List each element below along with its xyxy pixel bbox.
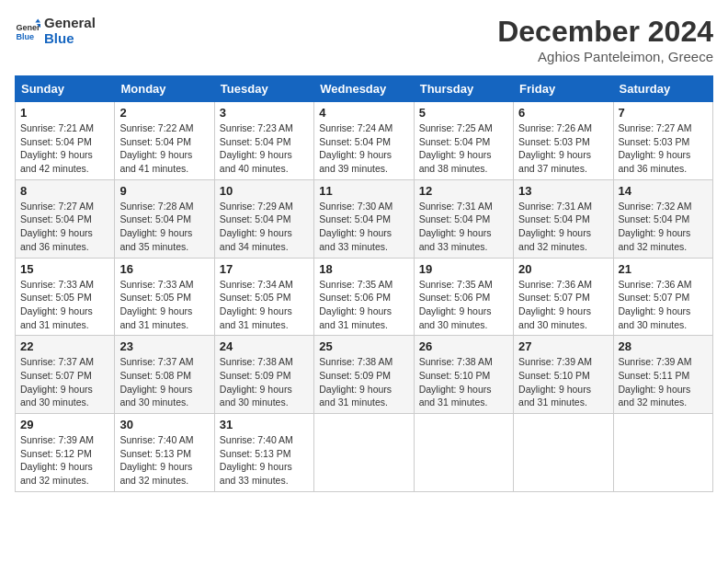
day-cell-2: 2 Sunrise: 7:22 AM Sunset: 5:04 PM Dayli…	[115, 102, 214, 180]
day-info: Sunrise: 7:35 AM Sunset: 5:06 PM Dayligh…	[319, 278, 408, 332]
day-cell-19: 19 Sunrise: 7:35 AM Sunset: 5:06 PM Dayl…	[414, 258, 513, 336]
day-number: 22	[20, 339, 109, 353]
day-number: 20	[518, 262, 608, 276]
location: Aghios Panteleimon, Greece	[497, 49, 713, 64]
calendar-header-row: Sunday Monday Tuesday Wednesday Thursday…	[16, 76, 713, 102]
day-info: Sunrise: 7:26 AM Sunset: 5:03 PM Dayligh…	[518, 121, 608, 176]
day-info: Sunrise: 7:36 AM Sunset: 5:07 PM Dayligh…	[518, 278, 608, 332]
day-info: Sunrise: 7:21 AM Sunset: 5:04 PM Dayligh…	[20, 121, 109, 176]
day-number: 9	[119, 184, 209, 198]
day-info: Sunrise: 7:27 AM Sunset: 5:04 PM Dayligh…	[20, 200, 109, 254]
day-cell-14: 14 Sunrise: 7:32 AM Sunset: 5:04 PM Dayl…	[613, 179, 712, 258]
col-sunday: Sunday	[16, 76, 115, 102]
day-info: Sunrise: 7:38 AM Sunset: 5:10 PM Dayligh…	[419, 355, 508, 409]
day-info: Sunrise: 7:35 AM Sunset: 5:06 PM Dayligh…	[419, 278, 508, 332]
day-info: Sunrise: 7:39 AM Sunset: 5:12 PM Dayligh…	[20, 433, 109, 488]
day-cell-7: 7 Sunrise: 7:27 AM Sunset: 5:03 PM Dayli…	[613, 102, 712, 180]
day-number: 7	[619, 106, 708, 120]
day-info: Sunrise: 7:24 AM Sunset: 5:04 PM Dayligh…	[319, 121, 408, 176]
logo-general: General	[44, 15, 96, 30]
day-number: 16	[119, 262, 209, 276]
day-cell-9: 9 Sunrise: 7:28 AM Sunset: 5:04 PM Dayli…	[115, 179, 214, 258]
day-number: 21	[619, 262, 708, 276]
day-info: Sunrise: 7:31 AM Sunset: 5:04 PM Dayligh…	[518, 200, 608, 254]
col-tuesday: Tuesday	[214, 76, 313, 102]
day-number: 5	[419, 106, 508, 120]
day-number: 15	[20, 262, 109, 276]
day-info: Sunrise: 7:31 AM Sunset: 5:04 PM Dayligh…	[419, 200, 508, 254]
calendar-week-row: 29 Sunrise: 7:39 AM Sunset: 5:12 PM Dayl…	[16, 414, 713, 492]
day-info: Sunrise: 7:33 AM Sunset: 5:05 PM Dayligh…	[20, 278, 109, 332]
svg-text:Blue: Blue	[16, 32, 34, 41]
day-cell-5: 5 Sunrise: 7:25 AM Sunset: 5:04 PM Dayli…	[414, 102, 513, 180]
day-info: Sunrise: 7:33 AM Sunset: 5:05 PM Dayligh…	[119, 278, 209, 332]
day-cell-4: 4 Sunrise: 7:24 AM Sunset: 5:04 PM Dayli…	[314, 102, 414, 180]
day-cell-27: 27 Sunrise: 7:39 AM Sunset: 5:10 PM Dayl…	[514, 336, 613, 414]
day-number: 13	[518, 184, 608, 198]
day-number: 2	[119, 106, 209, 120]
day-number: 26	[419, 339, 508, 353]
day-cell-1: 1 Sunrise: 7:21 AM Sunset: 5:04 PM Dayli…	[16, 102, 115, 180]
day-cell-13: 13 Sunrise: 7:31 AM Sunset: 5:04 PM Dayl…	[514, 179, 613, 258]
day-number: 30	[119, 418, 209, 431]
day-info: Sunrise: 7:38 AM Sunset: 5:09 PM Dayligh…	[220, 355, 309, 409]
day-number: 14	[619, 184, 708, 198]
col-friday: Friday	[514, 76, 613, 102]
day-cell-10: 10 Sunrise: 7:29 AM Sunset: 5:04 PM Dayl…	[214, 179, 313, 258]
title-block: December 2024 Aghios Panteleimon, Greece	[497, 15, 713, 64]
day-number: 4	[319, 106, 408, 120]
day-number: 31	[220, 418, 309, 431]
day-cell-20: 20 Sunrise: 7:36 AM Sunset: 5:07 PM Dayl…	[514, 258, 613, 336]
day-info: Sunrise: 7:38 AM Sunset: 5:09 PM Dayligh…	[319, 355, 408, 409]
day-info: Sunrise: 7:23 AM Sunset: 5:04 PM Dayligh…	[220, 121, 309, 176]
day-number: 23	[119, 339, 209, 353]
logo-blue: Blue	[44, 30, 96, 46]
empty-cell	[314, 414, 414, 492]
empty-cell	[613, 414, 712, 492]
day-cell-17: 17 Sunrise: 7:34 AM Sunset: 5:05 PM Dayl…	[214, 258, 313, 336]
day-cell-26: 26 Sunrise: 7:38 AM Sunset: 5:10 PM Dayl…	[414, 336, 513, 414]
col-wednesday: Wednesday	[314, 76, 414, 102]
day-number: 12	[419, 184, 508, 198]
col-saturday: Saturday	[613, 76, 712, 102]
day-info: Sunrise: 7:34 AM Sunset: 5:05 PM Dayligh…	[220, 278, 309, 332]
day-number: 17	[220, 262, 309, 276]
day-number: 28	[619, 339, 708, 353]
empty-cell	[514, 414, 613, 492]
page-header: General Blue General Blue December 2024 …	[15, 15, 713, 64]
day-cell-23: 23 Sunrise: 7:37 AM Sunset: 5:08 PM Dayl…	[115, 336, 214, 414]
day-info: Sunrise: 7:39 AM Sunset: 5:11 PM Dayligh…	[619, 355, 708, 409]
day-number: 25	[319, 339, 408, 353]
day-cell-3: 3 Sunrise: 7:23 AM Sunset: 5:04 PM Dayli…	[214, 102, 313, 180]
day-info: Sunrise: 7:39 AM Sunset: 5:10 PM Dayligh…	[518, 355, 608, 409]
day-number: 11	[319, 184, 408, 198]
day-cell-25: 25 Sunrise: 7:38 AM Sunset: 5:09 PM Dayl…	[314, 336, 414, 414]
calendar-week-row: 8 Sunrise: 7:27 AM Sunset: 5:04 PM Dayli…	[16, 179, 713, 258]
day-info: Sunrise: 7:40 AM Sunset: 5:13 PM Dayligh…	[220, 433, 309, 488]
col-thursday: Thursday	[414, 76, 513, 102]
day-number: 19	[419, 262, 508, 276]
logo-icon: General Blue	[15, 17, 40, 43]
month-title: December 2024	[497, 15, 713, 49]
logo: General Blue General Blue	[15, 15, 96, 46]
day-info: Sunrise: 7:25 AM Sunset: 5:04 PM Dayligh…	[419, 121, 508, 176]
day-cell-8: 8 Sunrise: 7:27 AM Sunset: 5:04 PM Dayli…	[16, 179, 115, 258]
empty-cell	[414, 414, 513, 492]
day-info: Sunrise: 7:36 AM Sunset: 5:07 PM Dayligh…	[619, 278, 708, 332]
day-number: 10	[220, 184, 309, 198]
day-cell-28: 28 Sunrise: 7:39 AM Sunset: 5:11 PM Dayl…	[613, 336, 712, 414]
day-cell-24: 24 Sunrise: 7:38 AM Sunset: 5:09 PM Dayl…	[214, 336, 313, 414]
day-number: 18	[319, 262, 408, 276]
calendar-week-row: 1 Sunrise: 7:21 AM Sunset: 5:04 PM Dayli…	[16, 102, 713, 180]
day-cell-31: 31 Sunrise: 7:40 AM Sunset: 5:13 PM Dayl…	[214, 414, 313, 492]
day-number: 1	[20, 106, 109, 120]
day-cell-16: 16 Sunrise: 7:33 AM Sunset: 5:05 PM Dayl…	[115, 258, 214, 336]
day-number: 24	[220, 339, 309, 353]
day-info: Sunrise: 7:32 AM Sunset: 5:04 PM Dayligh…	[619, 200, 708, 254]
day-info: Sunrise: 7:40 AM Sunset: 5:13 PM Dayligh…	[119, 433, 209, 488]
day-info: Sunrise: 7:37 AM Sunset: 5:08 PM Dayligh…	[119, 355, 209, 409]
day-number: 29	[20, 418, 109, 431]
day-cell-29: 29 Sunrise: 7:39 AM Sunset: 5:12 PM Dayl…	[16, 414, 115, 492]
day-cell-30: 30 Sunrise: 7:40 AM Sunset: 5:13 PM Dayl…	[115, 414, 214, 492]
day-info: Sunrise: 7:37 AM Sunset: 5:07 PM Dayligh…	[20, 355, 109, 409]
